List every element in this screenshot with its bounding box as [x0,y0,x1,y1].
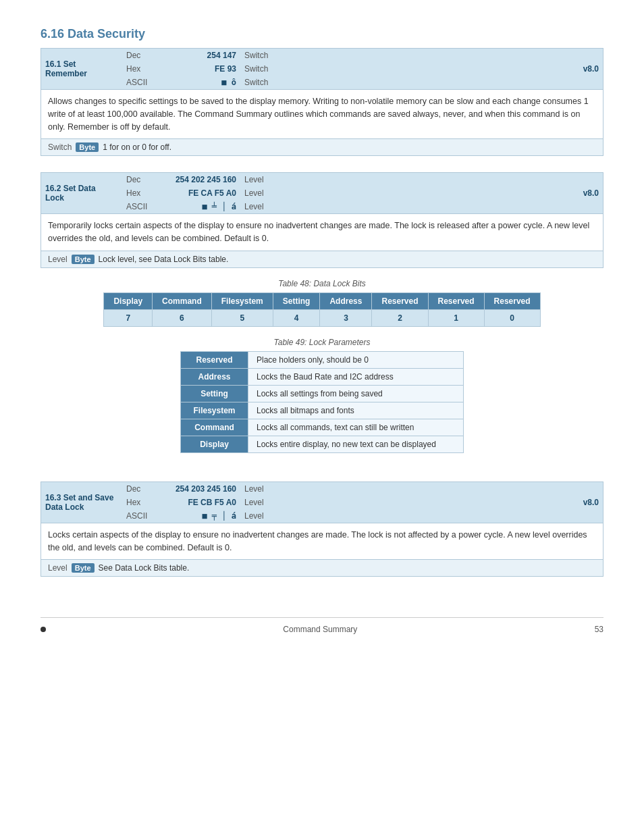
command-row-dec-3: 16.3 Set and Save Data Lock Dec 254 203 … [41,482,603,496]
lock-param-desc: Locks entire display, no new text can be… [248,436,464,452]
cmd-type-hex-3: Hex [122,496,159,509]
cmd-label-hex-3: Level [240,496,434,509]
cmd-type-dec-3: Dec [122,482,159,496]
command-title-16-2: 16.2 Set Data Lock [41,173,122,213]
command-row-dec: 16.1 Set Remember Dec 254 147 Switch v8.… [41,49,603,62]
bits-val-1: 1 [428,309,484,326]
cmd-label-hex-1: Switch [240,62,448,76]
lock-param-name: Reserved [181,351,248,368]
cmd-type-hex-1: Hex [122,62,159,76]
lock-param-desc: Place holders only, should be 0 [248,351,464,368]
cmd-type-ascii-2: ASCII [122,200,159,213]
cmd-label-ascii-2: Level [240,200,434,213]
bits-val-0: 0 [484,309,540,326]
lock-param-name: Command [181,419,248,436]
bits-val-5: 5 [211,309,273,326]
tables-section-16-2: Table 48: Data Lock Bits Display Command… [41,279,603,453]
lock-param-name: Filesystem [181,402,248,419]
command-title-16-1: 16.1 Set Remember [41,49,122,89]
cmd-val-ascii-3: ■ ╤ │ á [159,509,240,523]
command-block-16-3: 16.3 Set and Save Data Lock Dec 254 203 … [41,481,603,577]
bits-val-3: 3 [320,309,372,326]
cmd-version-2: v8.0 [434,173,603,213]
cmd-val-hex-1: FE 93 [159,62,240,76]
command-block-16-1: 16.1 Set Remember Dec 254 147 Switch v8.… [41,48,603,156]
param-desc-switch: 1 for on or 0 for off. [103,142,171,152]
lock-param-name: Setting [181,385,248,402]
command-block-16-2: 16.2 Set Data Lock Dec 254 202 245 160 L… [41,172,603,268]
bits-col-setting: Setting [273,292,320,309]
bits-col-command: Command [153,292,212,309]
footer-dot-icon [41,625,46,634]
bits-val-6: 6 [153,309,212,326]
command-params-16-3: Level Byte See Data Lock Bits table. [41,559,603,576]
lock-param-name: Display [181,436,248,452]
cmd-type-ascii-3: ASCII [122,509,159,523]
bits-col-filesystem: Filesystem [211,292,273,309]
cmd-val-hex-2: FE CA F5 A0 [159,186,240,200]
param-name-level-3: Level [48,563,68,573]
lock-param-row: Display Locks entire display, no new tex… [181,436,464,452]
bits-col-address: Address [320,292,372,309]
lock-param-row: Reserved Place holders only, should be 0 [181,351,464,368]
param-type-level-2: Byte [72,255,95,264]
bits-val-7: 7 [104,309,153,326]
param-desc-level-3: See Data Lock Bits table. [99,563,190,573]
lock-param-desc: Locks all settings from being saved [248,385,464,402]
cmd-val-dec-1: 254 147 [159,49,240,62]
bits-col-display: Display [104,292,153,309]
table-caption-48: Table 48: Data Lock Bits [41,279,603,288]
cmd-type-ascii-1: ASCII [122,76,159,89]
lock-param-row: Filesystem Locks all bitmaps and fonts [181,402,464,419]
cmd-label-ascii-1: Switch [240,76,448,89]
command-desc-16-1: Allows changes to specific settings to b… [41,89,603,138]
command-params-16-2: Level Byte Lock level, see Data Lock Bit… [41,251,603,267]
lock-param-name: Address [181,368,248,385]
cmd-type-hex-2: Hex [122,186,159,200]
bits-col-reserved3: Reserved [484,292,540,309]
cmd-val-ascii-1: ■ ô [159,76,240,89]
bits-value-row: 7 6 5 4 3 2 1 0 [104,309,540,326]
bits-col-reserved1: Reserved [372,292,428,309]
command-title-16-3: 16.3 Set and Save Data Lock [41,482,122,523]
footer: Command Summary 53 [41,617,603,634]
cmd-label-dec-1: Switch [240,49,448,62]
cmd-val-ascii-2: ■ ╧ │ á [159,200,240,213]
param-type-level-3: Byte [72,563,95,573]
lock-param-row: Command Locks all commands, text can sti… [181,419,464,436]
param-type-switch: Byte [76,142,99,152]
param-name-switch: Switch [48,142,72,152]
footer-page-number: 53 [595,625,603,634]
bits-val-2: 2 [372,309,428,326]
command-desc-16-3: Locks certain aspects of the display to … [41,523,603,560]
command-header-16-3: 16.3 Set and Save Data Lock Dec 254 203 … [41,482,603,523]
cmd-val-dec-2: 254 202 245 160 [159,173,240,186]
lock-param-row: Setting Locks all settings from being sa… [181,385,464,402]
cmd-version-1: v8.0 [448,49,603,89]
lock-param-desc: Locks all commands, text can still be wr… [248,419,464,436]
cmd-label-hex-2: Level [240,186,434,200]
cmd-val-hex-3: FE CB F5 A0 [159,496,240,509]
cmd-label-dec-2: Level [240,173,434,186]
cmd-version-3: v8.0 [434,482,603,523]
command-header-16-1: 16.1 Set Remember Dec 254 147 Switch v8.… [41,49,603,89]
bits-val-4: 4 [273,309,320,326]
command-header-16-2: 16.2 Set Data Lock Dec 254 202 245 160 L… [41,173,603,213]
lock-param-desc: Locks all bitmaps and fonts [248,402,464,419]
cmd-label-ascii-3: Level [240,509,434,523]
command-params-16-1: Switch Byte 1 for on or 0 for off. [41,138,603,155]
table-caption-49: Table 49: Lock Parameters [41,338,603,347]
lock-param-row: Address Locks the Baud Rate and I2C addr… [181,368,464,385]
data-lock-bits-table: Display Command Filesystem Setting Addre… [103,292,540,327]
param-name-level-2: Level [48,255,68,264]
cmd-label-dec-3: Level [240,482,434,496]
page-title: 6.16 Data Security [41,27,603,41]
footer-center-text: Command Summary [283,625,357,634]
command-desc-16-2: Temporarily locks certain aspects of the… [41,213,603,251]
cmd-val-dec-3: 254 203 245 160 [159,482,240,496]
cmd-type-dec-1: Dec [122,49,159,62]
param-desc-level-2: Lock level, see Data Lock Bits table. [99,255,229,264]
bits-header-row: Display Command Filesystem Setting Addre… [104,292,540,309]
lock-param-desc: Locks the Baud Rate and I2C address [248,368,464,385]
command-row-dec-2: 16.2 Set Data Lock Dec 254 202 245 160 L… [41,173,603,186]
